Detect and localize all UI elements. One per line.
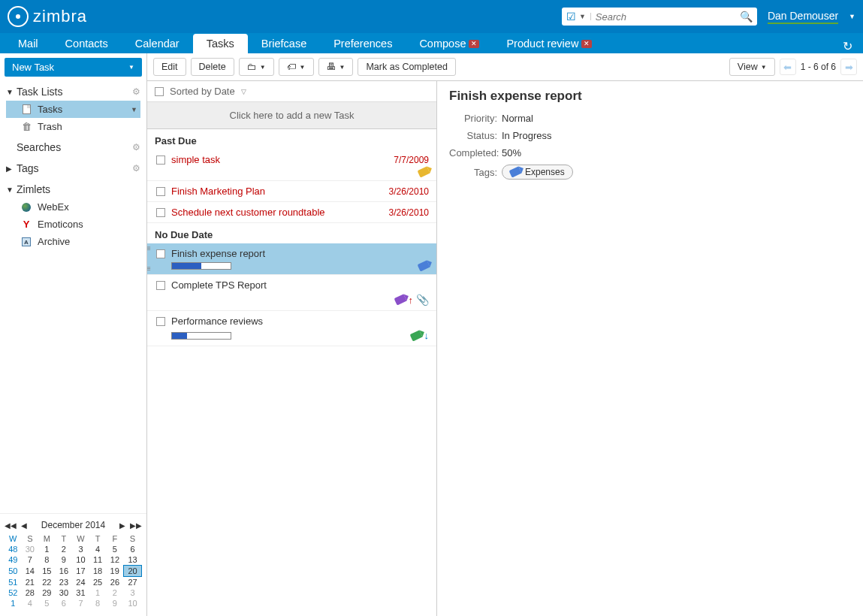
sidebar-item-webex[interactable]: WebEx (6, 198, 140, 216)
calendar-day[interactable]: 25 (89, 577, 107, 588)
calendar-day[interactable]: 7 (22, 554, 39, 566)
calendar-day[interactable]: 27 (124, 577, 142, 588)
task-row[interactable]: Finish Marketing Plan3/26/2010 (147, 181, 436, 202)
user-menu[interactable]: Dan Demouser (768, 10, 838, 24)
calendar-day[interactable]: 21 (22, 577, 39, 588)
calendar-day[interactable]: 16 (56, 566, 73, 577)
calendar-day[interactable]: 26 (106, 577, 123, 588)
calendar-day[interactable]: 1 (89, 587, 107, 598)
task-checkbox[interactable] (156, 187, 165, 196)
gear-icon[interactable]: ⚙ (132, 163, 140, 174)
sidebar-section-tags[interactable]: ▶ Tags ⚙ (6, 159, 140, 177)
calendar-day[interactable]: 14 (22, 566, 39, 577)
prev-month-icon[interactable]: ◀ (21, 521, 27, 530)
search-icon[interactable]: 🔍 (740, 11, 753, 23)
add-task-row[interactable]: Click here to add a new Task (147, 102, 436, 129)
tab-calendar[interactable]: Calendar (122, 34, 193, 53)
dropdown-caret-icon[interactable]: ▼ (579, 13, 591, 20)
sidebar-item-trash[interactable]: 🗑 Trash (6, 118, 140, 135)
calendar-day[interactable]: 5 (106, 544, 123, 554)
calendar-day[interactable]: 9 (106, 598, 123, 608)
search-input[interactable] (591, 11, 740, 23)
next-month-icon[interactable]: ▶ (119, 521, 125, 530)
calendar-day[interactable]: 20 (124, 566, 142, 577)
tag-chip[interactable]: Expenses (502, 165, 573, 180)
calendar-day[interactable]: 22 (38, 577, 56, 588)
next-page-button[interactable]: ➡ (840, 59, 857, 75)
view-menu-button[interactable]: View▼ (729, 58, 775, 76)
calendar-day[interactable]: 18 (89, 566, 107, 577)
calendar-day[interactable]: 10 (124, 598, 142, 608)
calendar-day[interactable]: 8 (38, 554, 56, 566)
tag-menu-button[interactable]: 🏷▼ (279, 58, 314, 76)
tab-mail[interactable]: Mail (5, 34, 52, 53)
calendar-day[interactable]: 3 (124, 587, 142, 598)
calendar-day[interactable]: 1 (38, 544, 56, 554)
sidebar-item-archive[interactable]: AArchive (6, 233, 140, 250)
tab-contacts[interactable]: Contacts (52, 34, 122, 53)
folder-menu-button[interactable]: 🗀▼ (239, 58, 274, 76)
task-checkbox[interactable] (156, 249, 165, 258)
sidebar-section-searches[interactable]: Searches ⚙ (6, 138, 140, 156)
calendar-day[interactable]: 6 (124, 544, 142, 554)
sidebar-item-tasks[interactable]: Tasks ▼ (6, 101, 140, 118)
close-icon[interactable]: ✕ (581, 40, 592, 48)
search-scope-icon[interactable]: ☑ (566, 11, 579, 23)
gear-icon[interactable]: ⚙ (132, 142, 140, 152)
sidebar-section-task-lists[interactable]: ▼ Task Lists ⚙ (6, 83, 140, 101)
dropdown-caret-icon[interactable]: ▼ (128, 64, 134, 71)
calendar-day[interactable]: 4 (22, 598, 39, 608)
calendar-day[interactable]: 29 (38, 587, 56, 598)
refresh-icon[interactable]: ↻ (832, 39, 863, 53)
task-checkbox[interactable] (156, 281, 165, 290)
task-row[interactable]: Schedule next customer roundtable3/26/20… (147, 202, 436, 223)
calendar-day[interactable]: 11 (89, 554, 107, 566)
calendar-day[interactable]: 5 (38, 598, 56, 608)
task-row[interactable]: Performance reviews↓ (147, 311, 436, 346)
calendar-day[interactable]: 13 (124, 554, 142, 566)
tab-product-review[interactable]: Product review✕ (493, 34, 605, 53)
task-checkbox[interactable] (156, 208, 165, 217)
next-year-icon[interactable]: ▶▶ (130, 521, 142, 530)
task-checkbox[interactable] (156, 317, 165, 326)
tab-preferences[interactable]: Preferences (320, 34, 406, 53)
calendar-day[interactable]: 2 (106, 587, 123, 598)
mark-completed-button[interactable]: Mark as Completed (358, 58, 455, 76)
dropdown-caret-icon[interactable]: ▼ (131, 106, 137, 113)
task-row[interactable]: Complete TPS Report↑📎 (147, 275, 436, 311)
list-header[interactable]: Sorted by Date ▽ (147, 81, 436, 102)
calendar-day[interactable]: 30 (22, 544, 39, 554)
calendar-day[interactable]: 12 (106, 554, 123, 566)
calendar-day[interactable]: 23 (56, 577, 73, 588)
prev-page-button[interactable]: ⬅ (780, 59, 796, 75)
tab-briefcase[interactable]: Briefcase (248, 34, 320, 53)
tab-compose[interactable]: Compose✕ (406, 34, 493, 53)
select-all-checkbox[interactable] (155, 87, 164, 96)
gear-icon[interactable]: ⚙ (132, 86, 140, 97)
calendar-day[interactable]: 8 (89, 598, 107, 608)
calendar-day[interactable]: 19 (106, 566, 123, 577)
sidebar-section-zimlets[interactable]: ▼ Zimlets (6, 180, 140, 198)
print-menu-button[interactable]: 🖶▼ (318, 58, 354, 76)
sort-indicator-icon[interactable]: ▽ (241, 88, 246, 95)
calendar-day[interactable]: 6 (56, 598, 73, 608)
tab-tasks[interactable]: Tasks (193, 34, 248, 53)
new-task-button[interactable]: New Task ▼ (5, 58, 142, 77)
prev-year-icon[interactable]: ◀◀ (5, 521, 17, 530)
task-row[interactable]: simple task7/7/2009 (147, 149, 436, 181)
calendar-day[interactable]: 10 (72, 554, 89, 566)
edit-button[interactable]: Edit (153, 58, 186, 76)
search-box[interactable]: ☑ ▼ 🔍 (562, 8, 757, 26)
calendar-day[interactable]: 4 (89, 544, 107, 554)
task-checkbox[interactable] (156, 156, 165, 165)
dropdown-caret-icon[interactable]: ▼ (849, 13, 855, 20)
task-row[interactable]: Finish expense report (147, 243, 436, 275)
calendar-day[interactable]: 17 (72, 566, 89, 577)
calendar-day[interactable]: 24 (72, 577, 89, 588)
calendar-day[interactable]: 31 (72, 587, 89, 598)
close-icon[interactable]: ✕ (469, 40, 479, 48)
calendar-day[interactable]: 30 (56, 587, 73, 598)
calendar-day[interactable]: 9 (56, 554, 73, 566)
calendar-day[interactable]: 3 (72, 544, 89, 554)
sidebar-item-emoticons[interactable]: YEmoticons (6, 216, 140, 233)
